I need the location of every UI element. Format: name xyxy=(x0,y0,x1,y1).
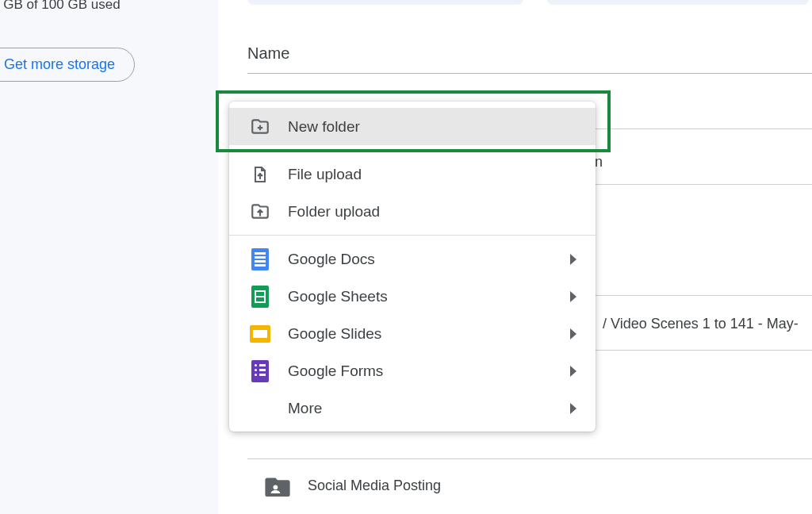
chevron-right-icon xyxy=(570,366,576,377)
menu-item-google-sheets[interactable]: Google Sheets xyxy=(229,278,596,315)
get-more-storage-button[interactable]: Get more storage xyxy=(0,48,135,82)
folder-upload-icon xyxy=(250,201,270,222)
menu-label: Folder upload xyxy=(288,203,380,221)
menu-label: Google Slides xyxy=(288,325,381,343)
suggestion-chip[interactable] xyxy=(247,0,523,5)
menu-label: New folder xyxy=(288,118,360,136)
menu-label: Google Forms xyxy=(288,362,383,380)
google-sheets-icon xyxy=(250,286,270,307)
divider xyxy=(247,73,812,74)
menu-item-google-slides[interactable]: Google Slides xyxy=(229,315,596,352)
chevron-right-icon xyxy=(570,328,576,339)
menu-label: Google Sheets xyxy=(288,288,388,305)
suggestion-chip[interactable] xyxy=(547,0,809,5)
menu-item-folder-upload[interactable]: Folder upload xyxy=(229,193,596,230)
menu-label: File upload xyxy=(288,166,362,183)
google-forms-icon xyxy=(250,361,270,382)
sidebar: 6 GB of 100 GB used Get more storage xyxy=(0,0,218,514)
folder-row[interactable]: Social Media Posting xyxy=(247,458,812,512)
menu-item-google-docs[interactable]: Google Docs xyxy=(229,240,596,278)
menu-separator xyxy=(229,235,596,236)
file-name-fragment[interactable]: n xyxy=(595,154,603,171)
new-folder-icon xyxy=(250,117,270,137)
menu-item-new-folder[interactable]: New folder xyxy=(229,108,596,145)
chevron-right-icon xyxy=(570,291,576,302)
menu-item-more[interactable]: More xyxy=(229,389,596,427)
menu-label: Google Docs xyxy=(288,251,375,268)
google-docs-icon xyxy=(250,249,270,270)
svg-point-0 xyxy=(274,485,278,489)
file-name-fragment[interactable]: / Video Scenes 1 to 141 - May- xyxy=(603,316,799,332)
file-upload-icon xyxy=(250,164,270,185)
menu-item-google-forms[interactable]: Google Forms xyxy=(229,352,596,389)
menu-item-file-upload[interactable]: File upload xyxy=(229,155,596,193)
storage-usage-text: 6 GB of 100 GB used xyxy=(0,0,121,13)
menu-separator xyxy=(229,150,596,151)
shared-folder-icon xyxy=(265,476,290,497)
folder-name: Social Media Posting xyxy=(308,478,441,494)
google-slides-icon xyxy=(250,324,270,344)
chevron-right-icon xyxy=(570,403,576,414)
column-header-name[interactable]: Name xyxy=(247,44,289,63)
menu-label: More xyxy=(288,400,322,417)
chevron-right-icon xyxy=(570,254,576,265)
new-context-menu: New folder File upload Folder upload Goo… xyxy=(229,102,596,432)
